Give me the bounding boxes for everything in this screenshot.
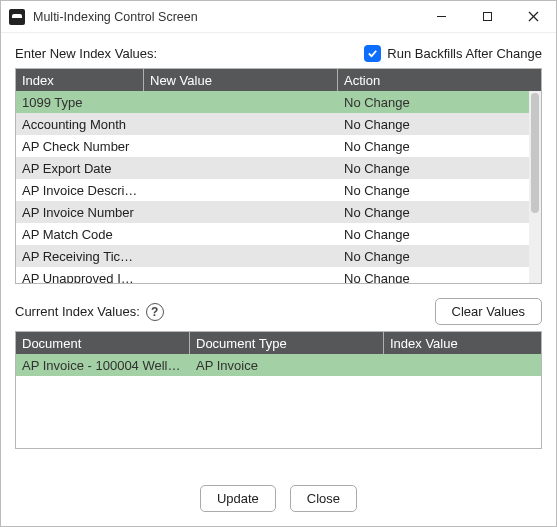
cell-doc-type: AP Invoice xyxy=(190,358,384,373)
scrollbar-thumb[interactable] xyxy=(531,93,539,213)
col-action[interactable]: Action xyxy=(338,69,541,91)
content-area: Enter New Index Values: Run Backfills Af… xyxy=(1,33,556,526)
help-icon[interactable]: ? xyxy=(146,303,164,321)
current-values-label-wrap: Current Index Values: ? xyxy=(15,303,164,321)
col-index[interactable]: Index xyxy=(16,69,144,91)
cell-action: No Change xyxy=(338,161,541,176)
cell-action: No Change xyxy=(338,139,541,154)
top-row: Enter New Index Values: Run Backfills Af… xyxy=(15,45,542,62)
close-button[interactable] xyxy=(510,1,556,32)
table-row[interactable]: 1099 TypeNo Change xyxy=(16,91,541,113)
run-backfills-label: Run Backfills After Change xyxy=(387,46,542,61)
scrollbar[interactable] xyxy=(529,91,541,283)
new-values-body: 1099 TypeNo ChangeAccounting MonthNo Cha… xyxy=(16,91,541,283)
col-new-value[interactable]: New Value xyxy=(144,69,338,91)
cell-document: AP Invoice - 100004 Wells Dug F... xyxy=(16,358,190,373)
table-row[interactable]: AP Invoice - 100004 Wells Dug F...AP Inv… xyxy=(16,354,541,376)
cell-action: No Change xyxy=(338,271,541,284)
table-row[interactable]: AP Unapproved Invoic...No Change xyxy=(16,267,541,283)
cell-action: No Change xyxy=(338,95,541,110)
mid-row: Current Index Values: ? Clear Values xyxy=(15,298,542,325)
cell-index: AP Invoice Description xyxy=(16,183,144,198)
table-row[interactable]: AP Invoice NumberNo Change xyxy=(16,201,541,223)
current-values-label: Current Index Values: xyxy=(15,304,140,319)
current-values-table: Document Document Type Index Value AP In… xyxy=(15,331,542,449)
col-document-type[interactable]: Document Type xyxy=(190,332,384,354)
cell-action: No Change xyxy=(338,249,541,264)
run-backfills-checkbox[interactable] xyxy=(364,45,381,62)
table-row[interactable]: AP Receiving Ticket N...No Change xyxy=(16,245,541,267)
cell-index: AP Check Number xyxy=(16,139,144,154)
cell-index: AP Export Date xyxy=(16,161,144,176)
cell-action: No Change xyxy=(338,227,541,242)
current-values-body: AP Invoice - 100004 Wells Dug F...AP Inv… xyxy=(16,354,541,448)
col-index-value[interactable]: Index Value xyxy=(384,332,541,354)
cell-index: AP Unapproved Invoic... xyxy=(16,271,144,284)
app-icon xyxy=(9,9,25,25)
new-values-header: Index New Value Action xyxy=(16,69,541,91)
window-controls xyxy=(418,1,556,32)
enter-new-label: Enter New Index Values: xyxy=(15,46,157,61)
table-row[interactable]: AP Invoice DescriptionNo Change xyxy=(16,179,541,201)
close-dialog-button[interactable]: Close xyxy=(290,485,357,512)
footer: Update Close xyxy=(15,471,542,526)
clear-values-button[interactable]: Clear Values xyxy=(435,298,542,325)
svg-rect-1 xyxy=(483,13,491,21)
titlebar: Multi-Indexing Control Screen xyxy=(1,1,556,33)
table-row[interactable]: AP Check NumberNo Change xyxy=(16,135,541,157)
cell-index: Accounting Month xyxy=(16,117,144,132)
cell-index: AP Match Code xyxy=(16,227,144,242)
cell-index: 1099 Type xyxy=(16,95,144,110)
table-row[interactable]: AP Match CodeNo Change xyxy=(16,223,541,245)
table-row[interactable]: Accounting MonthNo Change xyxy=(16,113,541,135)
col-document[interactable]: Document xyxy=(16,332,190,354)
maximize-button[interactable] xyxy=(464,1,510,32)
cell-action: No Change xyxy=(338,183,541,198)
cell-action: No Change xyxy=(338,205,541,220)
window-title: Multi-Indexing Control Screen xyxy=(33,10,418,24)
new-values-table: Index New Value Action 1099 TypeNo Chang… xyxy=(15,68,542,284)
run-backfills-checkbox-wrap[interactable]: Run Backfills After Change xyxy=(364,45,542,62)
cell-index: AP Receiving Ticket N... xyxy=(16,249,144,264)
table-row[interactable]: AP Export DateNo Change xyxy=(16,157,541,179)
cell-action: No Change xyxy=(338,117,541,132)
update-button[interactable]: Update xyxy=(200,485,276,512)
current-values-header: Document Document Type Index Value xyxy=(16,332,541,354)
cell-index: AP Invoice Number xyxy=(16,205,144,220)
minimize-button[interactable] xyxy=(418,1,464,32)
